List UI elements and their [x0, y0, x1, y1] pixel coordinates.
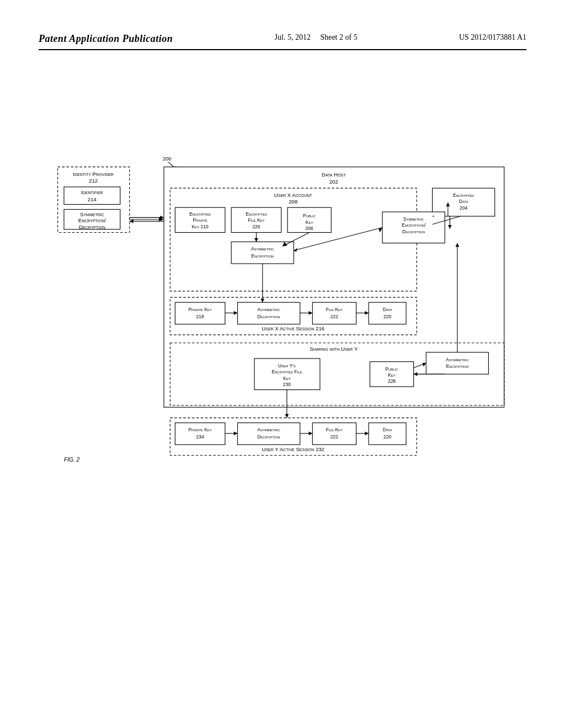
patent-diagram: .sc { font-variant: small-caps; font-fam…: [45, 149, 520, 511]
page-header: Patent Application Publication Jul. 5, 2…: [39, 33, 526, 50]
svg-marker-107: [285, 414, 289, 418]
svg-text:Key: Key: [283, 376, 291, 381]
svg-text:Encrypted: Encrypted: [246, 211, 267, 217]
publication-date: Jul. 5, 2012: [275, 33, 311, 41]
svg-text:Encrypted: Encrypted: [189, 211, 211, 217]
svg-text:Encryption/: Encryption/: [402, 222, 426, 228]
svg-marker-125: [309, 431, 313, 435]
svg-text:220: 220: [383, 434, 391, 440]
publication-date-sheet: Jul. 5, 2012 Sheet 2 of 5: [275, 33, 358, 42]
svg-text:Encryption: Encryption: [446, 363, 468, 369]
svg-text:File Key: File Key: [248, 217, 264, 223]
svg-text:204: 204: [460, 205, 467, 211]
svg-text:206: 206: [306, 226, 313, 231]
svg-marker-123: [234, 431, 238, 435]
publication-title: Patent Application Publication: [39, 33, 173, 45]
svg-text:Asymmetric: Asymmetric: [257, 307, 280, 312]
svg-text:User X Active Session 216: User X Active Session 216: [262, 325, 324, 331]
svg-text:File Key: File Key: [326, 427, 343, 432]
svg-text:218: 218: [196, 314, 204, 319]
svg-text:212: 212: [89, 178, 98, 184]
svg-text:222: 222: [331, 434, 338, 440]
svg-text:202: 202: [329, 179, 338, 185]
svg-text:226: 226: [252, 224, 260, 229]
svg-text:228: 228: [388, 378, 396, 384]
svg-text:Symmetric: Symmetric: [403, 216, 424, 222]
svg-text:Key: Key: [306, 220, 313, 225]
svg-text:Public: Public: [385, 366, 398, 372]
svg-text:Asymmetric: Asymmetric: [446, 357, 469, 362]
svg-text:File Key: File Key: [326, 307, 343, 312]
svg-text:Key 210: Key 210: [192, 224, 209, 229]
svg-text:222: 222: [331, 314, 338, 319]
svg-text:FIG. 2: FIG. 2: [64, 457, 80, 463]
svg-text:Key: Key: [388, 372, 396, 378]
svg-text:User Y Active Session 232: User Y Active Session 232: [262, 446, 324, 452]
svg-text:Private Key: Private Key: [188, 427, 211, 432]
svg-text:Encrypted: Encrypted: [453, 192, 475, 198]
svg-text:234: 234: [196, 434, 204, 440]
svg-text:Identity Provider: Identity Provider: [73, 171, 114, 177]
svg-text:200: 200: [163, 156, 172, 162]
svg-text:Asymmetric: Asymmetric: [257, 427, 280, 432]
svg-text:Data: Data: [459, 199, 468, 204]
svg-marker-21: [130, 220, 134, 223]
svg-text:Decryption: Decryption: [79, 224, 105, 230]
svg-text:Decryption: Decryption: [258, 434, 280, 440]
svg-text:208: 208: [289, 199, 297, 205]
svg-text:Encryption/: Encryption/: [78, 217, 106, 223]
svg-text:Private: Private: [193, 217, 207, 223]
svg-marker-19: [160, 216, 164, 220]
svg-text:Decryption: Decryption: [402, 229, 425, 234]
svg-text:Data Host: Data Host: [322, 172, 346, 178]
svg-text:Asymmetric: Asymmetric: [251, 246, 274, 251]
svg-text:Decryption: Decryption: [258, 314, 280, 319]
svg-text:Private Key: Private Key: [188, 307, 211, 312]
svg-text:User Y's: User Y's: [278, 363, 296, 368]
svg-text:Symmetric: Symmetric: [80, 211, 104, 217]
svg-text:Encryption: Encryption: [251, 253, 274, 259]
svg-text:230: 230: [283, 382, 291, 387]
diagram-area: .sc { font-variant: small-caps; font-fam…: [45, 149, 520, 513]
svg-text:Data: Data: [383, 427, 392, 432]
svg-text:220: 220: [383, 314, 391, 319]
svg-text:214: 214: [88, 196, 97, 202]
svg-text:Identifier: Identifier: [81, 189, 103, 195]
svg-text:Public: Public: [303, 213, 316, 218]
svg-text:User X Account: User X Account: [274, 192, 313, 198]
svg-marker-127: [365, 431, 369, 435]
page: Patent Application Publication Jul. 5, 2…: [0, 0, 565, 728]
publication-number: US 2012/0173881 A1: [459, 33, 526, 42]
svg-text:Sharing with User Y: Sharing with User Y: [310, 346, 358, 352]
svg-text:Encrypted File: Encrypted File: [271, 369, 302, 374]
svg-text:Data: Data: [383, 307, 392, 312]
sheet-info: Sheet 2 of 5: [320, 33, 357, 41]
